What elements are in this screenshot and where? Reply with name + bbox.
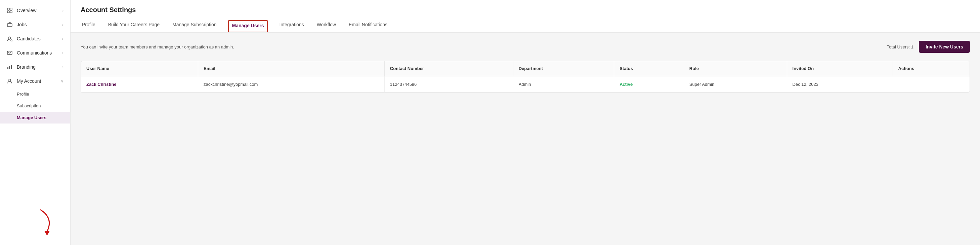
col-role: Role	[684, 61, 787, 76]
main-content: Account Settings Profile Build Your Care…	[70, 0, 980, 245]
grid-icon	[7, 7, 13, 13]
arrow-annotation	[37, 208, 57, 235]
table-header: User Name Email Contact Number Departmen…	[81, 61, 970, 76]
page-title: Account Settings	[81, 6, 970, 14]
sidebar-item-communications[interactable]: Communications ›	[0, 46, 70, 60]
col-username: User Name	[81, 61, 198, 76]
table-header-row: User Name Email Contact Number Departmen…	[81, 61, 970, 76]
tab-workflow[interactable]: Workflow	[315, 19, 337, 32]
svg-rect-7	[7, 51, 12, 54]
page-header: Account Settings Profile Build Your Care…	[70, 0, 980, 33]
cell-username: Zack Christine	[81, 76, 198, 93]
tab-build-careers-page[interactable]: Build Your Careers Page	[107, 19, 161, 32]
total-users-label: Total Users: 1	[886, 45, 913, 50]
cell-actions[interactable]	[892, 76, 970, 93]
sidebar-item-my-account[interactable]: My Account ∨	[0, 74, 70, 88]
col-actions: Actions	[892, 61, 970, 76]
sidebar-sub-item-subscription[interactable]: Subscription	[0, 100, 70, 112]
sidebar-sub-item-manage-users[interactable]: Manage Users	[0, 112, 70, 123]
tab-email-notifications[interactable]: Email Notifications	[347, 19, 389, 32]
chevron-right-icon: ›	[62, 51, 64, 55]
tab-integrations[interactable]: Integrations	[278, 19, 305, 32]
tabs-nav: Profile Build Your Careers Page Manage S…	[81, 19, 970, 32]
user-icon	[7, 78, 13, 84]
sidebar-item-label: Communications	[17, 50, 52, 56]
sidebar-item-label: My Account	[17, 78, 41, 84]
svg-rect-10	[11, 65, 12, 69]
svg-rect-3	[10, 11, 12, 13]
tab-manage-subscription[interactable]: Manage Subscription	[171, 19, 218, 32]
sidebar-item-overview[interactable]: Overview ›	[0, 3, 70, 18]
chevron-right-icon: ›	[62, 65, 64, 69]
table-body: Zack Christine zackchristine@yopmail.com…	[81, 76, 970, 93]
cell-role: Super Admin	[684, 76, 787, 93]
chevron-right-icon: ›	[62, 8, 64, 13]
mail-icon	[7, 50, 13, 56]
cell-status: Active	[614, 76, 684, 93]
sidebar-item-jobs[interactable]: Jobs ›	[0, 18, 70, 32]
user-search-icon	[7, 36, 13, 42]
svg-rect-4	[7, 24, 12, 27]
sidebar-item-label: Jobs	[17, 22, 27, 27]
cell-email: zackchristine@yopmail.com	[198, 76, 385, 93]
svg-rect-1	[10, 8, 12, 10]
col-email: Email	[198, 61, 385, 76]
bar-chart-icon	[7, 64, 13, 70]
col-contact: Contact Number	[384, 61, 513, 76]
chevron-right-icon: ›	[62, 22, 64, 27]
svg-point-5	[8, 37, 11, 39]
users-table: User Name Email Contact Number Departmen…	[81, 61, 970, 93]
table-row: Zack Christine zackchristine@yopmail.com…	[81, 76, 970, 93]
description-text: You can invite your team members and man…	[81, 45, 234, 50]
col-department: Department	[513, 61, 614, 76]
col-invited-on: Invited On	[787, 61, 892, 76]
cell-contact: 11243744596	[384, 76, 513, 93]
cell-department: Admin	[513, 76, 614, 93]
svg-point-11	[9, 79, 11, 81]
tab-manage-users[interactable]: Manage Users	[228, 20, 268, 32]
svg-rect-8	[7, 67, 8, 69]
chevron-right-icon: ›	[62, 37, 64, 41]
total-users-row: Total Users: 1 Invite New Users	[886, 41, 970, 53]
sidebar-item-branding[interactable]: Branding ›	[0, 60, 70, 74]
svg-rect-2	[7, 11, 10, 13]
sidebar: Overview › Jobs ›	[0, 0, 70, 245]
col-status: Status	[614, 61, 684, 76]
sidebar-item-label: Candidates	[17, 36, 41, 42]
users-table-wrapper: User Name Email Contact Number Departmen…	[81, 61, 970, 93]
svg-marker-12	[45, 231, 50, 235]
invite-new-users-button[interactable]: Invite New Users	[919, 41, 970, 53]
sidebar-item-candidates[interactable]: Candidates ›	[0, 32, 70, 46]
svg-rect-0	[7, 8, 10, 10]
content-area: You can invite your team members and man…	[70, 33, 980, 101]
tab-profile[interactable]: Profile	[81, 19, 97, 32]
briefcase-icon	[7, 22, 13, 27]
sidebar-item-label: Branding	[17, 64, 36, 70]
description-row: You can invite your team members and man…	[81, 41, 970, 53]
cell-invited-on: Dec 12, 2023	[787, 76, 892, 93]
sidebar-item-label: Overview	[17, 8, 36, 13]
chevron-down-icon: ∨	[61, 79, 64, 83]
svg-rect-9	[9, 66, 10, 69]
sidebar-sub-item-profile[interactable]: Profile	[0, 88, 70, 100]
